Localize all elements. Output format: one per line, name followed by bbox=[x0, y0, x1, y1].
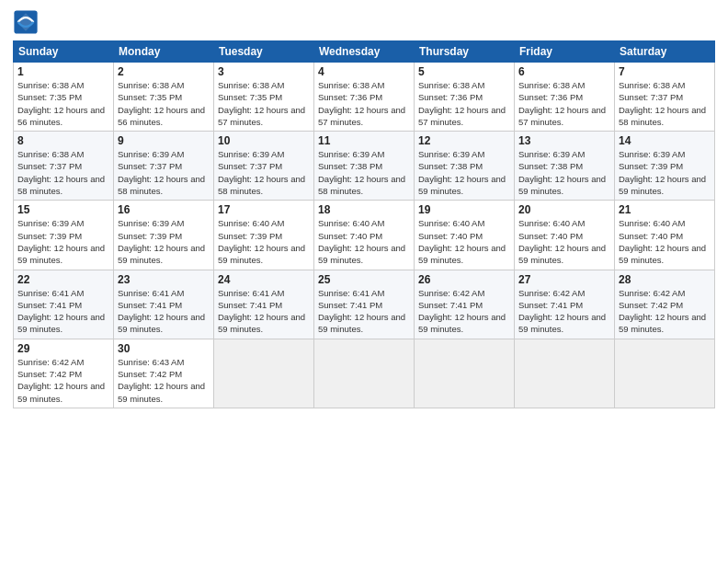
day-cell: 21Sunrise: 6:40 AMSunset: 7:40 PMDayligh… bbox=[615, 201, 715, 270]
week-row-5: 29Sunrise: 6:42 AMSunset: 7:42 PMDayligh… bbox=[14, 339, 715, 408]
day-info: Sunrise: 6:40 AMSunset: 7:39 PMDaylight:… bbox=[218, 217, 310, 266]
day-info: Sunrise: 6:39 AMSunset: 7:39 PMDaylight:… bbox=[118, 217, 210, 266]
day-info: Sunrise: 6:42 AMSunset: 7:42 PMDaylight:… bbox=[619, 287, 711, 336]
day-info: Sunrise: 6:40 AMSunset: 7:40 PMDaylight:… bbox=[418, 217, 510, 266]
day-number: 26 bbox=[418, 273, 510, 286]
day-info: Sunrise: 6:40 AMSunset: 7:40 PMDaylight:… bbox=[619, 217, 711, 266]
day-cell: 7Sunrise: 6:38 AMSunset: 7:37 PMDaylight… bbox=[615, 63, 715, 132]
day-number: 3 bbox=[218, 65, 310, 78]
day-number: 10 bbox=[218, 134, 310, 147]
col-header-friday: Friday bbox=[515, 41, 615, 63]
day-number: 19 bbox=[418, 203, 510, 216]
day-cell bbox=[314, 339, 415, 408]
week-row-4: 22Sunrise: 6:41 AMSunset: 7:41 PMDayligh… bbox=[14, 270, 715, 339]
day-cell: 16Sunrise: 6:39 AMSunset: 7:39 PMDayligh… bbox=[114, 201, 214, 270]
day-info: Sunrise: 6:41 AMSunset: 7:41 PMDaylight:… bbox=[17, 287, 109, 336]
day-number: 2 bbox=[118, 65, 210, 78]
day-number: 21 bbox=[619, 203, 711, 216]
day-info: Sunrise: 6:42 AMSunset: 7:41 PMDaylight:… bbox=[418, 287, 510, 336]
day-info: Sunrise: 6:39 AMSunset: 7:38 PMDaylight:… bbox=[418, 148, 510, 197]
day-cell: 4Sunrise: 6:38 AMSunset: 7:36 PMDaylight… bbox=[314, 63, 415, 132]
day-cell: 20Sunrise: 6:40 AMSunset: 7:40 PMDayligh… bbox=[515, 201, 615, 270]
day-cell: 6Sunrise: 6:38 AMSunset: 7:36 PMDaylight… bbox=[515, 63, 615, 132]
day-number: 25 bbox=[318, 273, 410, 286]
day-cell: 15Sunrise: 6:39 AMSunset: 7:39 PMDayligh… bbox=[14, 201, 114, 270]
day-number: 7 bbox=[619, 65, 711, 78]
week-row-2: 8Sunrise: 6:38 AMSunset: 7:37 PMDaylight… bbox=[14, 132, 715, 201]
col-header-thursday: Thursday bbox=[415, 41, 515, 63]
day-cell: 23Sunrise: 6:41 AMSunset: 7:41 PMDayligh… bbox=[114, 270, 214, 339]
day-info: Sunrise: 6:41 AMSunset: 7:41 PMDaylight:… bbox=[318, 287, 410, 336]
day-number: 28 bbox=[619, 273, 711, 286]
col-header-monday: Monday bbox=[114, 41, 214, 63]
day-info: Sunrise: 6:38 AMSunset: 7:35 PMDaylight:… bbox=[118, 79, 210, 128]
day-cell bbox=[214, 339, 314, 408]
day-cell: 19Sunrise: 6:40 AMSunset: 7:40 PMDayligh… bbox=[415, 201, 515, 270]
header-row: SundayMondayTuesdayWednesdayThursdayFrid… bbox=[14, 41, 715, 63]
day-cell: 26Sunrise: 6:42 AMSunset: 7:41 PMDayligh… bbox=[415, 270, 515, 339]
day-info: Sunrise: 6:39 AMSunset: 7:39 PMDaylight:… bbox=[17, 217, 109, 266]
day-number: 5 bbox=[418, 65, 510, 78]
day-number: 6 bbox=[518, 65, 610, 78]
day-number: 30 bbox=[118, 342, 210, 355]
day-cell: 14Sunrise: 6:39 AMSunset: 7:39 PMDayligh… bbox=[615, 132, 715, 201]
day-info: Sunrise: 6:39 AMSunset: 7:39 PMDaylight:… bbox=[619, 148, 711, 197]
day-number: 1 bbox=[17, 65, 109, 78]
day-number: 15 bbox=[17, 203, 109, 216]
day-cell: 12Sunrise: 6:39 AMSunset: 7:38 PMDayligh… bbox=[415, 132, 515, 201]
logo-icon bbox=[13, 9, 39, 35]
day-info: Sunrise: 6:38 AMSunset: 7:37 PMDaylight:… bbox=[17, 148, 109, 197]
day-info: Sunrise: 6:38 AMSunset: 7:36 PMDaylight:… bbox=[518, 79, 610, 128]
day-cell: 8Sunrise: 6:38 AMSunset: 7:37 PMDaylight… bbox=[14, 132, 114, 201]
day-cell: 11Sunrise: 6:39 AMSunset: 7:38 PMDayligh… bbox=[314, 132, 415, 201]
day-number: 8 bbox=[17, 134, 109, 147]
day-info: Sunrise: 6:40 AMSunset: 7:40 PMDaylight:… bbox=[518, 217, 610, 266]
day-number: 22 bbox=[17, 273, 109, 286]
day-info: Sunrise: 6:38 AMSunset: 7:35 PMDaylight:… bbox=[218, 79, 310, 128]
col-header-wednesday: Wednesday bbox=[314, 41, 415, 63]
day-cell: 28Sunrise: 6:42 AMSunset: 7:42 PMDayligh… bbox=[615, 270, 715, 339]
day-cell bbox=[515, 339, 615, 408]
day-info: Sunrise: 6:41 AMSunset: 7:41 PMDaylight:… bbox=[118, 287, 210, 336]
day-number: 29 bbox=[17, 342, 109, 355]
day-cell: 30Sunrise: 6:43 AMSunset: 7:42 PMDayligh… bbox=[114, 339, 214, 408]
day-cell: 22Sunrise: 6:41 AMSunset: 7:41 PMDayligh… bbox=[14, 270, 114, 339]
day-number: 13 bbox=[518, 134, 610, 147]
day-cell: 3Sunrise: 6:38 AMSunset: 7:35 PMDaylight… bbox=[214, 63, 314, 132]
day-info: Sunrise: 6:38 AMSunset: 7:37 PMDaylight:… bbox=[619, 79, 711, 128]
week-row-1: 1Sunrise: 6:38 AMSunset: 7:35 PMDaylight… bbox=[14, 63, 715, 132]
day-cell: 10Sunrise: 6:39 AMSunset: 7:37 PMDayligh… bbox=[214, 132, 314, 201]
day-info: Sunrise: 6:38 AMSunset: 7:35 PMDaylight:… bbox=[17, 79, 109, 128]
day-info: Sunrise: 6:42 AMSunset: 7:41 PMDaylight:… bbox=[518, 287, 610, 336]
day-info: Sunrise: 6:39 AMSunset: 7:38 PMDaylight:… bbox=[518, 148, 610, 197]
day-number: 24 bbox=[218, 273, 310, 286]
col-header-tuesday: Tuesday bbox=[214, 41, 314, 63]
day-cell: 25Sunrise: 6:41 AMSunset: 7:41 PMDayligh… bbox=[314, 270, 415, 339]
day-info: Sunrise: 6:38 AMSunset: 7:36 PMDaylight:… bbox=[418, 79, 510, 128]
day-number: 4 bbox=[318, 65, 410, 78]
day-info: Sunrise: 6:39 AMSunset: 7:37 PMDaylight:… bbox=[218, 148, 310, 197]
day-number: 9 bbox=[118, 134, 210, 147]
day-number: 17 bbox=[218, 203, 310, 216]
col-header-saturday: Saturday bbox=[615, 41, 715, 63]
day-number: 16 bbox=[118, 203, 210, 216]
day-cell: 13Sunrise: 6:39 AMSunset: 7:38 PMDayligh… bbox=[515, 132, 615, 201]
day-info: Sunrise: 6:38 AMSunset: 7:36 PMDaylight:… bbox=[318, 79, 410, 128]
day-info: Sunrise: 6:40 AMSunset: 7:40 PMDaylight:… bbox=[318, 217, 410, 266]
day-cell bbox=[615, 339, 715, 408]
day-cell: 2Sunrise: 6:38 AMSunset: 7:35 PMDaylight… bbox=[114, 63, 214, 132]
day-cell: 18Sunrise: 6:40 AMSunset: 7:40 PMDayligh… bbox=[314, 201, 415, 270]
day-number: 12 bbox=[418, 134, 510, 147]
day-info: Sunrise: 6:41 AMSunset: 7:41 PMDaylight:… bbox=[218, 287, 310, 336]
day-number: 14 bbox=[619, 134, 711, 147]
day-cell: 17Sunrise: 6:40 AMSunset: 7:39 PMDayligh… bbox=[214, 201, 314, 270]
header bbox=[13, 9, 715, 35]
day-cell: 29Sunrise: 6:42 AMSunset: 7:42 PMDayligh… bbox=[14, 339, 114, 408]
day-cell: 27Sunrise: 6:42 AMSunset: 7:41 PMDayligh… bbox=[515, 270, 615, 339]
day-number: 27 bbox=[518, 273, 610, 286]
calendar: SundayMondayTuesdayWednesdayThursdayFrid… bbox=[13, 40, 715, 408]
day-number: 11 bbox=[318, 134, 410, 147]
col-header-sunday: Sunday bbox=[14, 41, 114, 63]
day-info: Sunrise: 6:43 AMSunset: 7:42 PMDaylight:… bbox=[118, 356, 210, 405]
day-number: 23 bbox=[118, 273, 210, 286]
